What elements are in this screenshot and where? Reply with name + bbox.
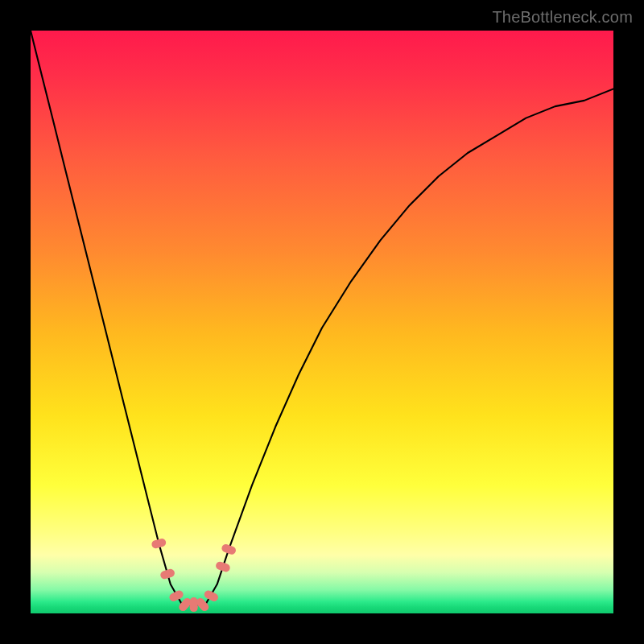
curve-layer xyxy=(31,31,613,613)
curve-marker xyxy=(190,597,198,612)
curve-marker xyxy=(203,589,220,603)
curve-marker xyxy=(221,543,237,555)
curve-marker xyxy=(151,538,167,549)
chart-frame: TheBottleneck.com xyxy=(0,0,644,644)
plot-area xyxy=(31,31,613,613)
curve-marker xyxy=(168,589,185,603)
bottleneck-curve xyxy=(31,31,613,605)
watermark-text: TheBottleneck.com xyxy=(492,8,633,27)
curve-marker xyxy=(215,561,231,573)
curve-markers xyxy=(151,538,237,613)
curve-marker xyxy=(159,568,175,580)
